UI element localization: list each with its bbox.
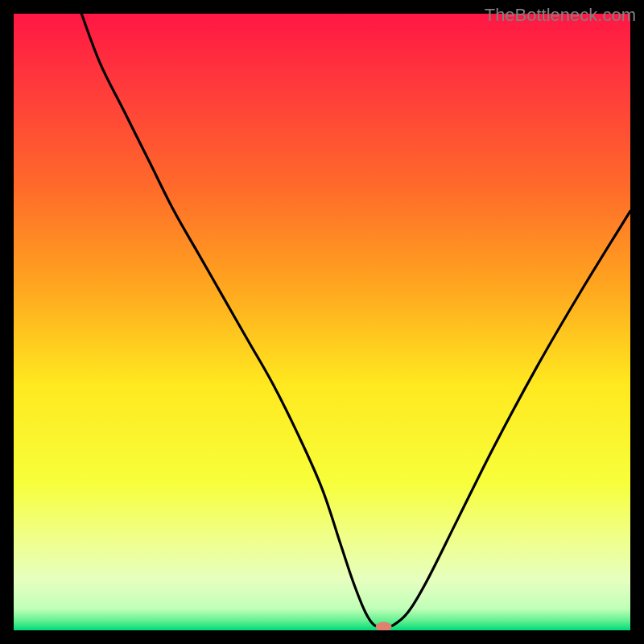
gradient-background: [14, 14, 630, 630]
watermark-text: TheBottleneck.com: [485, 5, 636, 26]
plot-area: [14, 14, 630, 630]
chart-svg: [14, 14, 630, 630]
bottleneck-chart: TheBottleneck.com: [0, 0, 644, 644]
